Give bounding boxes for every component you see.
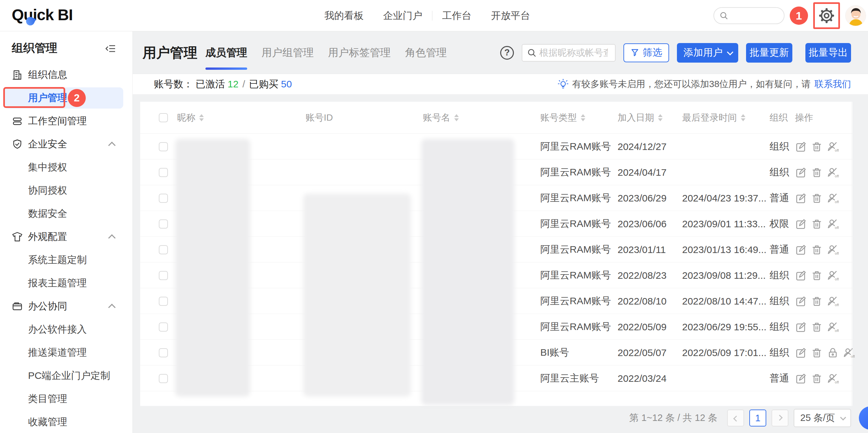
tab-4[interactable]: 角色管理 xyxy=(405,31,447,74)
user-off-icon[interactable]: off xyxy=(827,296,839,307)
sidebar-item-3[interactable]: 工作空间管理 xyxy=(0,110,132,133)
user-off-icon[interactable]: off xyxy=(827,270,839,281)
collapse-sidebar-icon[interactable] xyxy=(105,43,116,54)
contact-us-link[interactable]: 联系我们 xyxy=(814,78,851,90)
edit-icon[interactable] xyxy=(795,244,807,256)
page-number-button[interactable]: 1 xyxy=(749,409,766,427)
edit-icon[interactable] xyxy=(795,321,807,333)
sidebar-item-9[interactable]: 系统主题定制 xyxy=(0,248,132,272)
batch-update-button[interactable]: 批量更新 xyxy=(746,43,792,63)
tab-2[interactable]: 用户组管理 xyxy=(261,31,314,74)
sort-icon[interactable] xyxy=(199,114,204,121)
edit-icon[interactable] xyxy=(795,347,807,359)
trash-icon[interactable] xyxy=(811,296,823,307)
trash-icon[interactable] xyxy=(811,270,823,281)
edit-icon[interactable] xyxy=(795,192,807,204)
user-off-icon[interactable]: off xyxy=(843,347,855,359)
global-search-input[interactable] xyxy=(731,11,780,21)
sidebar-item-15[interactable]: 类目管理 xyxy=(0,388,132,410)
user-off-icon[interactable]: off xyxy=(827,244,839,256)
row-checkbox[interactable] xyxy=(159,262,168,288)
row-checkbox[interactable] xyxy=(159,340,168,366)
sidebar-item-14[interactable]: PC端企业门户定制 xyxy=(0,364,132,388)
top-nav-item-2[interactable]: 企业门户 xyxy=(373,9,432,23)
edit-icon[interactable] xyxy=(795,296,807,307)
sort-icon[interactable] xyxy=(658,114,662,121)
sidebar-item-12[interactable]: 办公软件接入 xyxy=(0,318,132,341)
row-checkbox[interactable] xyxy=(159,314,168,340)
column-header-5[interactable]: 加入日期 xyxy=(618,102,662,134)
gear-icon[interactable] xyxy=(819,8,834,24)
user-off-icon[interactable]: off xyxy=(827,192,839,204)
member-search[interactable] xyxy=(522,44,616,62)
trash-icon[interactable] xyxy=(811,244,823,256)
annotation-box-gear[interactable] xyxy=(813,2,840,29)
tab-3[interactable]: 用户标签管理 xyxy=(328,31,391,74)
sidebar-item-6[interactable]: 协同授权 xyxy=(0,179,132,202)
edit-icon[interactable] xyxy=(795,166,807,178)
trash-icon[interactable] xyxy=(811,347,823,359)
batch-export-button[interactable]: 批量导出 xyxy=(805,43,851,63)
page-size-select[interactable]: 25 条/页 xyxy=(794,409,851,427)
user-off-icon[interactable]: off xyxy=(827,141,839,153)
tab-1[interactable]: 成员管理 xyxy=(206,31,247,74)
sidebar-item-5[interactable]: 集中授权 xyxy=(0,156,132,179)
sidebar-item-11[interactable]: 办公协同 xyxy=(0,295,132,318)
add-user-button[interactable]: 添加用户 xyxy=(677,43,738,63)
avatar[interactable] xyxy=(845,5,866,26)
sidebar-item-1[interactable]: 组织信息 xyxy=(0,63,132,86)
sidebar-item-13[interactable]: 推送渠道管理 xyxy=(0,341,132,364)
column-header-3[interactable]: 账号名 xyxy=(423,102,459,134)
sort-icon[interactable] xyxy=(581,114,585,121)
user-off-icon[interactable]: off xyxy=(827,166,839,178)
trash-icon[interactable] xyxy=(811,141,823,153)
row-checkbox[interactable] xyxy=(159,366,168,391)
top-nav-item-3[interactable]: 工作台 xyxy=(432,9,481,23)
edit-icon[interactable] xyxy=(795,270,807,281)
trash-icon[interactable] xyxy=(811,321,823,333)
filter-button[interactable]: 筛选 xyxy=(623,43,669,62)
top-nav-item-4[interactable]: 开放平台 xyxy=(481,9,540,23)
sort-icon[interactable] xyxy=(741,114,745,121)
lock-icon[interactable] xyxy=(827,347,839,359)
trash-icon[interactable] xyxy=(811,192,823,204)
edit-icon[interactable] xyxy=(795,373,807,384)
sidebar-item-16[interactable]: 收藏管理 xyxy=(0,410,132,433)
sort-icon[interactable] xyxy=(454,114,459,121)
sidebar-item-7[interactable]: 数据安全 xyxy=(0,202,132,225)
trash-icon[interactable] xyxy=(811,373,823,384)
column-header-4[interactable]: 账号类型 xyxy=(540,102,585,134)
sidebar-item-8[interactable]: 外观配置 xyxy=(0,225,132,248)
sidebar-item-10[interactable]: 报表主题管理 xyxy=(0,272,132,295)
global-search[interactable] xyxy=(713,7,784,24)
column-header-1[interactable]: 昵称 xyxy=(177,102,204,134)
trash-icon[interactable] xyxy=(811,218,823,230)
row-checkbox[interactable] xyxy=(159,237,168,262)
edit-icon[interactable] xyxy=(795,141,807,153)
chevron-up-icon[interactable] xyxy=(108,142,116,149)
help-icon[interactable]: ? xyxy=(500,46,514,60)
chevron-up-icon[interactable] xyxy=(108,234,116,242)
select-all-checkbox[interactable] xyxy=(159,102,168,134)
top-nav-item-1[interactable]: 我的看板 xyxy=(315,9,373,23)
sidebar-item-2[interactable]: 用户管理2 xyxy=(0,86,132,110)
chevron-up-icon[interactable] xyxy=(108,304,116,311)
user-off-icon[interactable]: off xyxy=(827,321,839,333)
column-header-6[interactable]: 最后登录时间 xyxy=(682,102,745,134)
user-off-icon[interactable]: off xyxy=(827,218,839,230)
row-checkbox[interactable] xyxy=(159,185,168,211)
members-table: 昵称账号ID账号名账号类型加入日期最后登录时间组织操作 阿里云RAM账号2024… xyxy=(140,102,852,406)
trash-icon[interactable] xyxy=(811,166,823,178)
prev-page-button[interactable] xyxy=(727,409,744,427)
next-page-button[interactable] xyxy=(772,409,788,427)
user-off-icon[interactable]: off xyxy=(827,373,839,384)
row-checkbox[interactable] xyxy=(159,211,168,237)
member-search-input[interactable] xyxy=(539,48,608,58)
row-checkbox[interactable] xyxy=(159,288,168,314)
column-header-8: 操作 xyxy=(795,102,813,134)
edit-icon[interactable] xyxy=(795,218,807,230)
row-checkbox[interactable] xyxy=(159,159,168,185)
floating-help-button[interactable] xyxy=(859,406,868,430)
row-checkbox[interactable] xyxy=(159,134,168,159)
sidebar-item-4[interactable]: 企业安全 xyxy=(0,133,132,156)
